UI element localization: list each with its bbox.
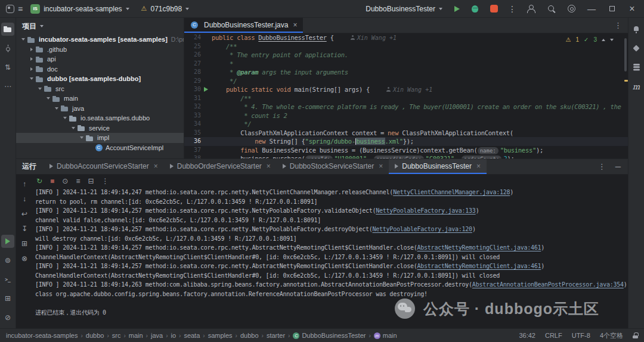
detach-button[interactable]: ⊟ — [88, 177, 94, 185]
tree-row[interactable]: service — [16, 123, 184, 133]
console-file-link[interactable]: AbstractNettyRemotingClient.java:461 — [417, 263, 541, 269]
breadcrumb-item[interactable]: dubbo — [240, 332, 259, 339]
commit-tool-button[interactable] — [1, 42, 14, 55]
debug-button[interactable] — [467, 2, 482, 16]
project-tree[interactable]: incubator-seata-samples [seata-samples]D… — [16, 35, 184, 158]
run-config-selector[interactable]: DubboBusinessTester — [361, 2, 447, 16]
stop-process-button[interactable]: ■ — [50, 177, 54, 185]
caret-position[interactable]: 36:42 — [519, 332, 535, 339]
chevron-right-icon[interactable] — [28, 67, 35, 71]
inspections-widget[interactable]: ⚠ 1 ✓ 3 — [561, 35, 618, 44]
editor-scrollbar[interactable] — [624, 38, 627, 71]
scroll-to-end-button[interactable]: ↧ — [19, 224, 30, 234]
run-tab[interactable]: DubboStockServiceStarter× — [277, 159, 389, 174]
restore-layout-button[interactable]: ⊙ — [62, 177, 68, 185]
close-tab-icon[interactable]: × — [154, 162, 158, 170]
rerun-button[interactable]: ↻ — [36, 177, 42, 185]
line-separator[interactable]: CRLF — [545, 332, 562, 339]
chevron-down-icon[interactable] — [70, 127, 77, 129]
tree-row[interactable]: doc — [16, 64, 184, 74]
breadcrumb-item[interactable]: samples — [208, 332, 233, 339]
next-problem-icon[interactable] — [610, 39, 614, 41]
project-selector[interactable]: IS incubator-seata-samples — [26, 2, 133, 16]
tree-row[interactable]: .github — [16, 45, 184, 55]
database-button[interactable] — [630, 61, 643, 74]
tree-row[interactable]: main — [16, 94, 184, 104]
code-with-me-button[interactable] — [522, 2, 540, 16]
vcs-widget[interactable]: ⚠ 071c9b98 — [137, 2, 194, 16]
close-tab-icon[interactable]: × — [267, 162, 271, 170]
minimize-button[interactable]: — — [583, 1, 600, 17]
problems-tool-button[interactable]: ⊘ — [1, 311, 14, 324]
tree-row[interactable]: impl — [16, 133, 184, 143]
chevron-down-icon[interactable] — [28, 77, 35, 80]
tree-row[interactable]: dubbo [seata-samples-dubbo] — [16, 74, 184, 84]
close-tab-icon[interactable]: × — [293, 21, 297, 29]
up-stack-trace-button[interactable]: ↑ — [19, 179, 30, 189]
tree-row[interactable]: io.seata.samples.dubbo — [16, 113, 184, 123]
breadcrumb-item[interactable]: java — [151, 332, 163, 339]
maven-button[interactable]: m — [630, 80, 643, 93]
tree-row[interactable]: incubator-seata-samples [seata-samples]D… — [16, 35, 184, 45]
project-tool-button[interactable] — [1, 23, 14, 36]
notifications-button[interactable] — [630, 23, 643, 36]
chevron-down-icon[interactable] — [61, 117, 69, 119]
tree-row[interactable]: api — [16, 54, 184, 64]
chevron-down-icon[interactable] — [78, 136, 85, 139]
pull-requests-tool-button[interactable]: ⇅ — [1, 61, 14, 74]
author-annotation[interactable]: Xin Wang +1 — [386, 86, 432, 93]
warning-stripe-mark[interactable] — [624, 80, 628, 82]
settings-button[interactable] — [564, 2, 580, 16]
close-tab-icon[interactable]: × — [476, 162, 481, 170]
indent-style[interactable]: 4个空格 — [600, 331, 623, 340]
previous-problem-icon[interactable] — [602, 39, 605, 41]
breadcrumb-item[interactable]: starter — [267, 332, 285, 339]
clear-all-button[interactable]: ⊗ — [19, 254, 30, 263]
chevron-down-icon[interactable] — [53, 107, 60, 110]
print-button[interactable]: ⊞ — [19, 239, 30, 248]
breadcrumb-item[interactable]: io — [171, 332, 176, 339]
lock-icon[interactable] — [633, 332, 638, 338]
run-more-options-icon[interactable]: ⋮ — [598, 162, 606, 171]
run-line-button[interactable] — [204, 87, 208, 92]
breadcrumb-item[interactable]: main — [129, 332, 143, 339]
breadcrumb-item[interactable]: seata — [184, 332, 200, 339]
console-file-link[interactable]: AbstractNettyRemotingClient.java:461 — [417, 244, 541, 251]
author-annotation[interactable]: Xin Wang +1 — [351, 35, 397, 41]
hide-tool-window-icon[interactable]: ─ — [615, 162, 621, 171]
maximize-button[interactable] — [603, 1, 620, 17]
run-tool-button[interactable] — [1, 235, 14, 248]
chevron-right-icon[interactable] — [28, 48, 35, 51]
chevron-down-icon[interactable] — [45, 97, 52, 100]
layout-settings-button[interactable]: ≡ — [76, 177, 80, 185]
breadcrumb-item[interactable]: mmain — [374, 332, 397, 339]
project-panel-header[interactable]: 项目 — [16, 18, 184, 35]
tree-row[interactable]: AccountServiceImpl — [16, 143, 184, 153]
code-editor[interactable]: 24public class DubboBusinessTester {Xin … — [184, 33, 628, 158]
tab-options-icon[interactable]: ⋮ — [608, 18, 628, 33]
chevron-down-icon[interactable] — [36, 88, 44, 90]
stop-button[interactable] — [486, 2, 502, 16]
debug-tool-button[interactable]: ⊚ — [1, 254, 14, 267]
tree-row[interactable]: java — [16, 104, 184, 114]
more-tool-windows-button[interactable]: ⋯ — [1, 80, 14, 93]
soft-wrap-button[interactable]: ↩ — [19, 209, 30, 219]
file-encoding[interactable]: UTF-8 — [572, 332, 590, 339]
services-tool-button[interactable]: ⊞ — [1, 292, 14, 305]
breadcrumb-item[interactable]: dubbo — [86, 332, 104, 339]
console-file-link[interactable]: NettyPoolableFactory.java:133 — [376, 207, 475, 214]
chevron-right-icon[interactable] — [28, 57, 35, 61]
close-tab-icon[interactable]: × — [379, 162, 383, 170]
main-menu-icon[interactable]: ≡ — [18, 5, 23, 13]
console-file-link[interactable]: NettyClientChannelManager.java:128 — [393, 189, 510, 195]
terminal-tool-button[interactable]: >_ — [1, 273, 14, 286]
run-tab[interactable]: DubboOrderServiceStarter× — [164, 159, 277, 174]
run-tab[interactable]: DubboAccountServiceStarter× — [44, 159, 164, 174]
editor-tab[interactable]: DubboBusinessTester.java × — [184, 18, 303, 33]
ai-assistant-button[interactable] — [630, 42, 643, 55]
run-tab[interactable]: DubboBusinessTester× — [389, 159, 487, 174]
chevron-down-icon[interactable] — [20, 38, 27, 41]
console-file-link[interactable]: AbstractAnnotationBeanPostProcessor.java… — [472, 281, 624, 288]
down-stack-trace-button[interactable]: ↓ — [19, 194, 30, 204]
more-options-button[interactable]: ⋮ — [101, 177, 109, 185]
